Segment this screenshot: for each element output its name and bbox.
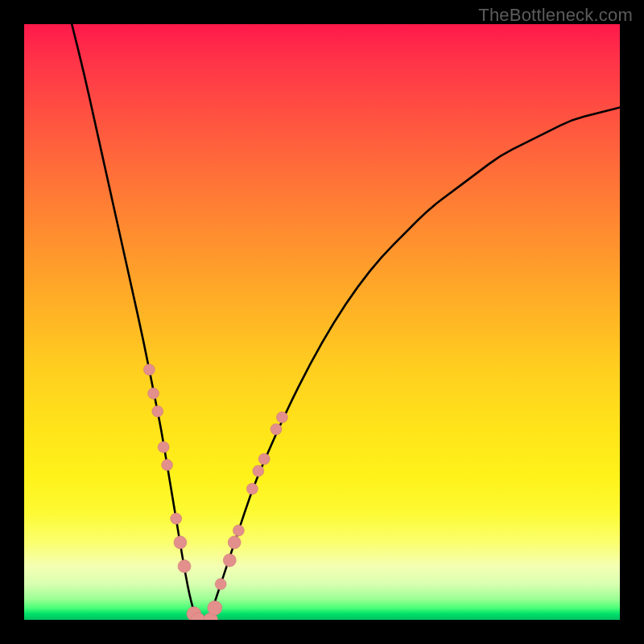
curve-marker (215, 579, 226, 590)
curve-marker (152, 406, 163, 417)
plot-area (24, 24, 620, 620)
curve-marker (258, 453, 270, 464)
curve-marker (276, 411, 287, 423)
curve-marker (223, 554, 236, 567)
curve-marker (148, 388, 159, 399)
curve-marker (143, 364, 155, 375)
chart-svg (24, 24, 620, 620)
curve-marker (246, 483, 258, 494)
curve-marker (233, 525, 244, 536)
curve-marker (174, 536, 187, 549)
curve-marker (178, 559, 191, 572)
bottleneck-curve (72, 24, 620, 620)
curve-marker (162, 460, 173, 471)
curve-marker (208, 601, 222, 615)
curve-marker (158, 441, 169, 452)
chart-frame: TheBottleneck.com (0, 0, 644, 644)
curve-markers (143, 364, 287, 620)
curve-marker (228, 536, 241, 549)
curve-marker (171, 513, 182, 524)
watermark: TheBottleneck.com (478, 5, 633, 26)
curve-marker (270, 423, 282, 435)
curve-marker (253, 465, 264, 477)
